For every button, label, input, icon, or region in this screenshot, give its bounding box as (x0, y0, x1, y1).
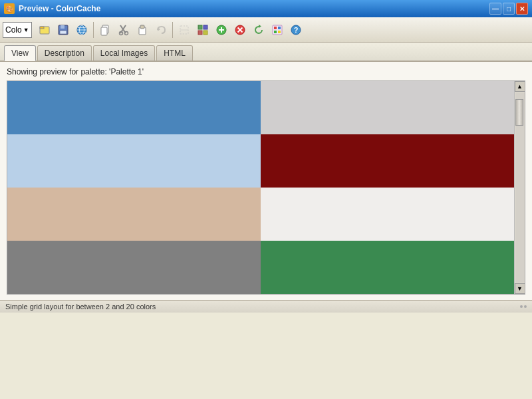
svg-rect-4 (60, 31, 66, 34)
edit-button (176, 21, 193, 39)
color-grid-wrap: ▲ ▼ (7, 80, 525, 295)
svg-rect-23 (198, 31, 202, 35)
cut-button[interactable] (115, 21, 132, 39)
scroll-up-button[interactable]: ▲ (515, 81, 525, 92)
tab-local-images[interactable]: Local Images (93, 45, 155, 61)
tab-view[interactable]: View (4, 45, 36, 61)
help-button[interactable]: ? (287, 21, 305, 39)
svg-rect-21 (198, 25, 202, 29)
close-button[interactable]: ✕ (516, 3, 528, 15)
status-dot-1 (520, 305, 523, 308)
toolbar-separator-1 (93, 22, 94, 38)
palette-dropdown[interactable]: Colo ▼ (3, 22, 32, 38)
undo-button (152, 21, 170, 39)
color-cell (7, 241, 261, 294)
svg-rect-36 (278, 31, 281, 33)
minimize-button[interactable]: — (489, 3, 501, 15)
svg-rect-3 (61, 25, 65, 29)
paste-button[interactable] (134, 21, 151, 39)
preview-label: Showing preview for palette: 'Palette 1' (7, 67, 525, 76)
color-cell (261, 134, 514, 188)
open-file-button[interactable] (36, 21, 53, 39)
grid-button[interactable] (194, 21, 211, 39)
color-cell (261, 188, 514, 241)
main-content: Showing preview for palette: 'Palette 1'… (0, 62, 532, 300)
status-text: Simple grid layout for between 2 and 20 … (5, 303, 156, 311)
window-title: Preview - ColorCache (19, 4, 489, 13)
color-cell (7, 188, 261, 241)
color-cell (261, 81, 514, 134)
app-icon: 🎨 (4, 3, 15, 14)
svg-rect-22 (203, 25, 207, 29)
svg-rect-1 (40, 27, 44, 29)
palette-button[interactable] (269, 21, 286, 39)
toolbar: Colo ▼ ? (0, 17, 532, 43)
title-bar: 🎨 Preview - ColorCache — □ ✕ (0, 0, 532, 17)
svg-rect-33 (274, 27, 277, 29)
add-button[interactable] (213, 21, 230, 39)
status-dots (520, 305, 527, 308)
color-cell (7, 81, 261, 134)
toolbar-separator-2 (172, 22, 173, 38)
color-cell (261, 241, 514, 294)
svg-text:?: ? (293, 26, 298, 34)
tabs-area: View Description Local Images HTML (0, 43, 532, 62)
svg-point-15 (124, 31, 128, 35)
refresh-button[interactable] (250, 21, 267, 39)
maximize-button[interactable]: □ (503, 3, 515, 15)
status-bar: Simple grid layout for between 2 and 20 … (0, 300, 532, 313)
svg-marker-31 (259, 25, 261, 28)
window-controls: — □ ✕ (489, 3, 528, 15)
delete-button[interactable] (231, 21, 249, 39)
svg-rect-17 (140, 25, 144, 29)
svg-rect-35 (274, 31, 277, 33)
status-dot-2 (524, 305, 527, 308)
color-cell (7, 134, 261, 188)
scroll-track (515, 92, 525, 283)
svg-rect-34 (278, 27, 281, 29)
copy-button[interactable] (96, 21, 114, 39)
web-button[interactable] (73, 21, 90, 39)
scroll-down-button[interactable]: ▼ (515, 283, 525, 294)
color-grid (7, 81, 514, 294)
svg-rect-24 (203, 31, 207, 35)
tab-description[interactable]: Description (37, 45, 92, 61)
svg-rect-11 (101, 27, 107, 35)
tab-html[interactable]: HTML (156, 45, 193, 61)
scroll-thumb[interactable] (515, 99, 523, 126)
dropdown-arrow[interactable]: ▼ (23, 27, 29, 33)
dropdown-value: Colo (5, 25, 22, 35)
save-button[interactable] (55, 21, 72, 39)
scrollbar[interactable]: ▲ ▼ (514, 81, 525, 294)
